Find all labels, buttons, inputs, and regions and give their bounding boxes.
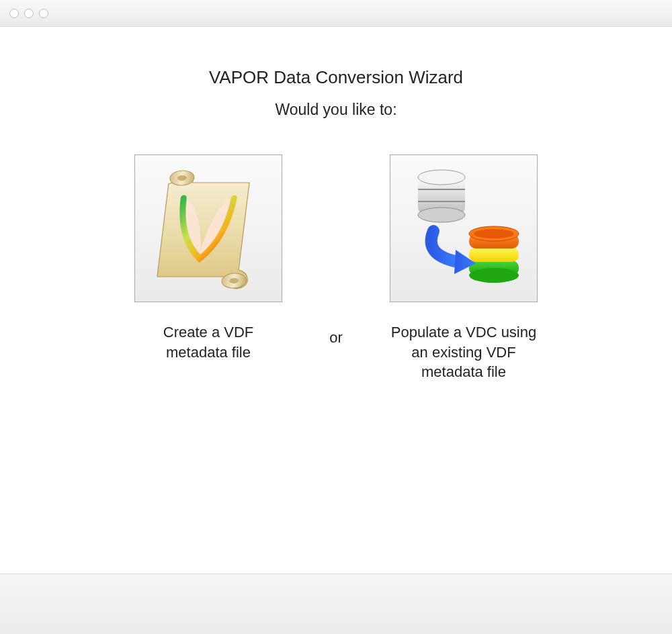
window-footer bbox=[0, 574, 672, 634]
color-database-icon bbox=[469, 226, 519, 283]
window-minimize-button[interactable] bbox=[24, 9, 34, 18]
svg-point-14 bbox=[474, 229, 514, 238]
grey-database-icon bbox=[418, 170, 465, 222]
scroll-icon bbox=[141, 161, 276, 296]
svg-rect-11 bbox=[469, 247, 519, 262]
populate-vdc-button[interactable] bbox=[390, 154, 538, 302]
page-title: VAPOR Data Conversion Wizard bbox=[0, 67, 672, 88]
create-vdf-button[interactable] bbox=[134, 154, 282, 302]
window-close-button[interactable] bbox=[9, 9, 19, 18]
svg-point-10 bbox=[469, 268, 519, 283]
wizard-options: Create a VDF metadata file or bbox=[0, 154, 672, 382]
populate-vdc-label: Populate a VDC using an existing VDF met… bbox=[390, 322, 538, 382]
wizard-page: VAPOR Data Conversion Wizard Would you l… bbox=[0, 27, 672, 574]
svg-point-5 bbox=[418, 170, 465, 185]
svg-point-8 bbox=[418, 208, 465, 222]
option-populate-vdc: Populate a VDC using an existing VDF met… bbox=[390, 154, 538, 382]
options-separator: or bbox=[282, 329, 390, 347]
option-create-vdf: Create a VDF metadata file bbox=[134, 154, 282, 362]
window-zoom-button[interactable] bbox=[39, 9, 48, 18]
window-titlebar bbox=[0, 0, 672, 27]
database-transfer-icon bbox=[396, 161, 531, 296]
page-subtitle: Would you like to: bbox=[0, 101, 672, 119]
create-vdf-label: Create a VDF metadata file bbox=[134, 322, 282, 362]
